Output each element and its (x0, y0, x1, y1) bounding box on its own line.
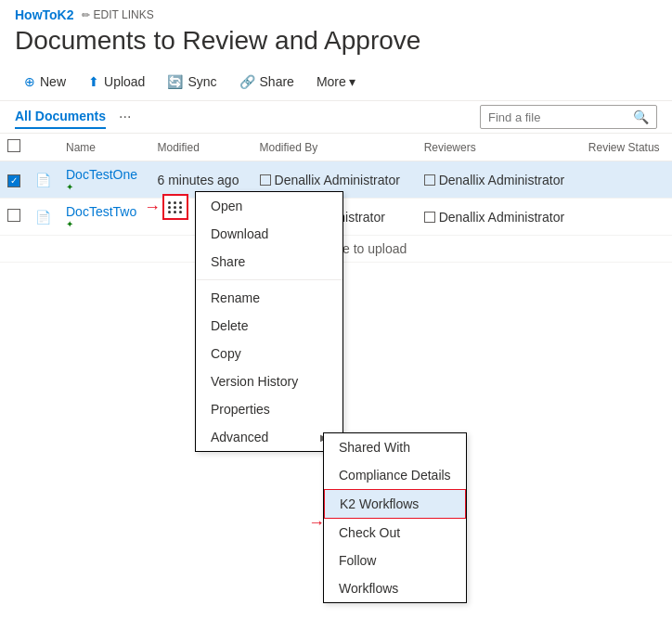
row-icon-cell-2: 📄 (28, 199, 58, 236)
ctx-share[interactable]: Share (196, 248, 342, 276)
share-icon: 🔗 (239, 74, 255, 89)
sync-button[interactable]: 🔄 Sync (158, 69, 226, 95)
edit-links-label: EDIT LINKS (94, 8, 154, 21)
col-name[interactable]: Name (58, 134, 149, 161)
ctx-rename[interactable]: Rename (196, 284, 342, 312)
edit-links[interactable]: ✏ EDIT LINKS (82, 8, 154, 21)
row-name-cell[interactable]: DocTestOne ✦ (58, 161, 149, 199)
site-title[interactable]: HowToK2 (15, 7, 74, 22)
header-checkbox[interactable] (7, 139, 20, 152)
col-modified-by[interactable]: Modified By (252, 134, 417, 161)
col-modified[interactable]: Modified (149, 134, 252, 161)
context-menu-primary: Open Download Share Rename Delete Copy V… (195, 191, 343, 452)
ctx-version-history[interactable]: Version History (196, 367, 342, 395)
doc-subtitle-2: ✦ (66, 219, 142, 229)
ctx-follow[interactable]: Follow (324, 547, 466, 574)
pencil-icon: ✏ (82, 9, 90, 21)
row-check-cell[interactable]: ✓ (0, 161, 28, 199)
row-name-cell-2[interactable]: DocTestTwo ✦ (58, 199, 149, 236)
ctx-open[interactable]: Open (196, 192, 342, 220)
ctx-k2-workflows[interactable]: K2 Workflows (324, 489, 466, 519)
nav-more-dots[interactable]: ··· (113, 105, 136, 129)
doc-name-2[interactable]: DocTestTwo (66, 204, 136, 219)
reviewer-2: Denallix Administrator (439, 210, 564, 225)
row-reviewer-cell-1: Denallix Administrator (417, 161, 581, 199)
upload-icon: ⬆ (88, 74, 99, 89)
page-title: Documents to Review and Approve (0, 26, 672, 63)
ctx-check-out[interactable]: Check Out (324, 519, 466, 547)
row-checkbox-1[interactable]: ✓ (7, 174, 20, 187)
ctx-advanced[interactable]: Advanced ▶ (196, 423, 342, 451)
chevron-down-icon: ▾ (349, 74, 355, 89)
share-button[interactable]: 🔗 Share (230, 69, 304, 95)
col-icon (28, 134, 58, 161)
row-icon-cell: 📄 (28, 161, 58, 199)
more-button[interactable]: More ▾ (307, 69, 365, 95)
ctx-copy[interactable]: Copy (196, 340, 342, 367)
toolbar: ⊕ New ⬆ Upload 🔄 Sync 🔗 Share More ▾ (0, 63, 672, 101)
modifier-checkbox-1[interactable] (260, 174, 271, 186)
col-review-status[interactable]: Review Status (581, 134, 672, 161)
doc-name-1[interactable]: DocTestOne (66, 167, 137, 182)
search-icon: 🔍 (633, 109, 649, 124)
ctx-delete[interactable]: Delete (196, 312, 342, 340)
reviewer-1: Denallix Administrator (439, 173, 564, 187)
col-reviewers[interactable]: Reviewers (417, 134, 581, 161)
ctx-compliance-details[interactable]: Compliance Details (324, 461, 466, 489)
row-checkbox-2[interactable] (7, 209, 20, 222)
ctx-divider-1 (196, 279, 342, 280)
nav-bar: All Documents ··· 🔍 (0, 101, 672, 134)
sync-icon: 🔄 (167, 74, 183, 89)
ctx-workflows[interactable]: Workflows (324, 574, 466, 602)
ctx-shared-with[interactable]: Shared With (324, 433, 466, 461)
reviewer-checkbox-1[interactable] (424, 174, 435, 186)
col-check (0, 134, 28, 161)
row-check-cell-2[interactable] (0, 199, 28, 236)
context-menu-secondary: Shared With Compliance Details K2 Workfl… (323, 432, 467, 603)
upload-button[interactable]: ⬆ Upload (79, 69, 154, 95)
plus-icon: ⊕ (24, 74, 35, 89)
row-status-cell-1 (581, 161, 672, 199)
doc-icon-2: 📄 (35, 210, 51, 225)
modified-by-1: Denallix Administrator (275, 173, 400, 187)
ctx-properties[interactable]: Properties (196, 395, 342, 423)
new-button[interactable]: ⊕ New (15, 69, 75, 95)
arrow-to-dots: → (144, 198, 161, 217)
doc-icon: 📄 (35, 173, 51, 187)
search-input[interactable] (488, 110, 627, 124)
row-reviewer-cell-2: Denallix Administrator (417, 199, 581, 236)
all-documents-nav[interactable]: All Documents (15, 105, 106, 129)
context-menu-trigger[interactable] (162, 194, 188, 220)
ctx-download[interactable]: Download (196, 220, 342, 248)
doc-subtitle-1: ✦ (66, 182, 142, 192)
modified-time-1: 6 minutes ago (157, 173, 239, 187)
dots-grid-icon (168, 201, 183, 213)
search-box[interactable]: 🔍 (480, 105, 657, 129)
row-status-cell-2 (581, 199, 672, 236)
reviewer-checkbox-2[interactable] (424, 212, 435, 223)
top-bar: HowToK2 ✏ EDIT LINKS (0, 0, 672, 26)
